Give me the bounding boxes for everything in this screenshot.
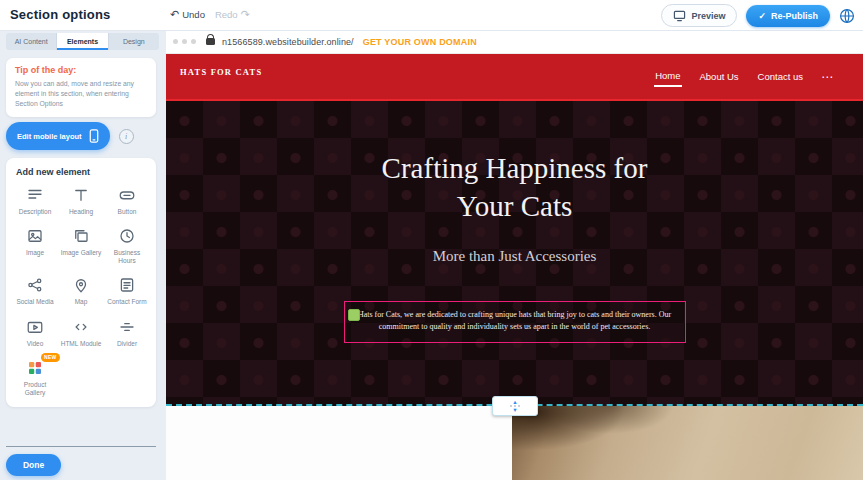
element-option-html-module[interactable]: HTML Module: [59, 317, 103, 348]
tip-title: Tip of the day:: [15, 65, 147, 75]
business-hours-icon: [117, 226, 137, 246]
element-option-video[interactable]: Video: [13, 317, 57, 348]
nav-item-about-us[interactable]: About Us: [699, 67, 740, 86]
redo-icon: ↷: [241, 9, 250, 20]
tip-body: Now you can add, move and resize any ele…: [15, 79, 147, 110]
element-option-description[interactable]: Description: [13, 185, 57, 216]
tab-ai-content[interactable]: AI Content: [6, 33, 57, 50]
element-option-social-media[interactable]: Social Media: [13, 275, 57, 306]
social-media-icon: [25, 275, 45, 295]
republish-label: Re-Publish: [771, 11, 818, 21]
element-option-button[interactable]: Button: [105, 185, 149, 216]
video-icon: [25, 317, 45, 337]
redo-button[interactable]: Redo ↷: [215, 9, 250, 20]
next-section: [166, 406, 863, 480]
edit-mobile-layout-button[interactable]: Edit mobile layout: [6, 122, 110, 150]
arrow-down-icon: ▼: [512, 407, 517, 413]
page-title: Section options: [10, 7, 111, 22]
contact-form-icon: [117, 275, 137, 295]
element-drag-handle[interactable]: [348, 309, 360, 321]
hero-title: Crafting Happiness forYour Cats: [166, 149, 863, 226]
history-controls: ↶ Undo Redo ↷: [170, 9, 250, 20]
element-option-product-gallery[interactable]: NEW Product Gallery: [13, 358, 57, 397]
element-option-image[interactable]: Image: [13, 226, 57, 265]
done-button[interactable]: Done: [6, 454, 61, 476]
panel-title: Add new element: [16, 167, 149, 177]
check-icon: ✓: [758, 11, 766, 21]
cat-paws-photo: [512, 406, 863, 480]
element-option-contact-form[interactable]: Contact Form: [105, 275, 149, 306]
preview-label: Preview: [691, 11, 725, 21]
sidebar: AI Content Elements Design Tip of the da…: [0, 30, 166, 480]
phone-icon: [89, 129, 99, 143]
get-domain-link[interactable]: GET YOUR OWN DOMAIN: [363, 37, 477, 47]
info-icon[interactable]: i: [119, 129, 134, 144]
element-option-divider[interactable]: Divider: [105, 317, 149, 348]
tab-elements[interactable]: Elements: [57, 33, 108, 50]
element-option-map[interactable]: Map: [59, 275, 103, 306]
description-icon: [25, 185, 45, 205]
site-header: HATS FOR CATS Home About Us Contact us ⋯: [166, 54, 863, 99]
topbar-actions: Preview ✓ Re-Publish: [661, 4, 855, 27]
map-icon: [71, 275, 91, 295]
sidebar-divider: [6, 446, 156, 447]
tip-of-the-day-card: Tip of the day: Now you can add, move an…: [6, 58, 156, 117]
image-icon: [25, 226, 45, 246]
hero-section[interactable]: Crafting Happiness forYour Cats More tha…: [166, 99, 863, 406]
undo-label: Undo: [182, 9, 205, 20]
window-dot-icon: [191, 39, 196, 44]
site-nav: Home About Us Contact us ⋯: [654, 54, 833, 99]
hero-text-element[interactable]: Hats for Cats, we are dedicated to craft…: [344, 301, 686, 343]
site-url: n1566589.websitebuilder.online/: [222, 37, 354, 47]
heading-icon: [71, 185, 91, 205]
monitor-icon: [673, 10, 686, 22]
site-preview-canvas: n1566589.websitebuilder.online/ GET YOUR…: [166, 30, 863, 480]
new-badge: NEW: [41, 353, 60, 362]
element-option-image-gallery[interactable]: Image Gallery: [59, 226, 103, 265]
top-toolbar: Section options ↶ Undo Redo ↷ Preview ✓ …: [0, 0, 863, 31]
window-dot-icon: [173, 39, 178, 44]
section-resize-handle[interactable]: ▲ ▼: [492, 396, 538, 416]
button-icon: [117, 185, 137, 205]
image-gallery-icon: [71, 226, 91, 246]
site-logo[interactable]: HATS FOR CATS: [180, 67, 262, 77]
divider-icon: [117, 317, 137, 337]
undo-icon: ↶: [170, 9, 179, 20]
html-module-icon: [71, 317, 91, 337]
element-grid: Description Heading Button Image Image G: [13, 185, 149, 397]
lock-icon: [206, 38, 215, 45]
element-option-business-hours[interactable]: Business Hours: [105, 226, 149, 265]
undo-button[interactable]: ↶ Undo: [170, 9, 205, 20]
sidebar-tabs: AI Content Elements Design: [6, 33, 159, 50]
app-window: Section options ↶ Undo Redo ↷ Preview ✓ …: [0, 0, 863, 480]
edit-mobile-row: Edit mobile layout i: [6, 122, 134, 150]
tab-design[interactable]: Design: [109, 33, 159, 50]
nav-item-contact-us[interactable]: Contact us: [757, 67, 804, 86]
hero-subtitle: More than Just Accessories: [166, 248, 863, 265]
edit-mobile-label: Edit mobile layout: [17, 132, 82, 141]
window-dot-icon: [182, 39, 187, 44]
republish-button[interactable]: ✓ Re-Publish: [746, 5, 830, 27]
hero-body-text: Hats for Cats, we are dedicated to craft…: [355, 309, 675, 334]
redo-label: Redo: [215, 9, 238, 20]
add-new-element-panel: Add new element Description Heading Butt…: [6, 158, 156, 407]
nav-item-home[interactable]: Home: [654, 66, 681, 87]
element-option-heading[interactable]: Heading: [59, 185, 103, 216]
language-globe-icon[interactable]: [839, 8, 855, 24]
browser-bar: n1566589.websitebuilder.online/ GET YOUR…: [166, 30, 863, 54]
preview-button[interactable]: Preview: [661, 4, 737, 27]
